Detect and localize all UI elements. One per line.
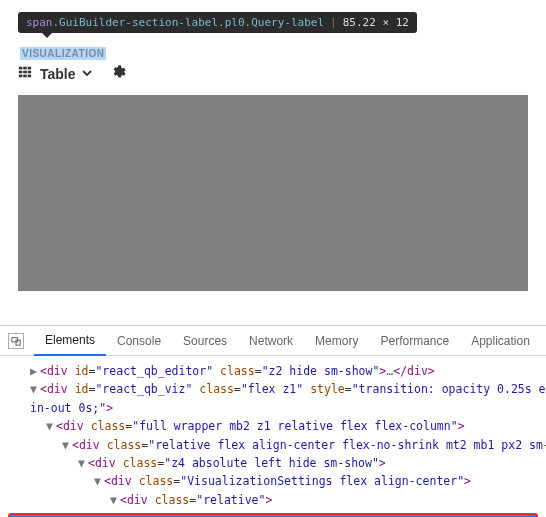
tooltip-tag: span bbox=[26, 16, 53, 29]
tab-performance[interactable]: Performance bbox=[369, 327, 460, 355]
gear-icon[interactable] bbox=[96, 64, 126, 83]
tab-elements[interactable]: Elements bbox=[34, 326, 106, 356]
svg-rect-2 bbox=[28, 67, 32, 70]
svg-rect-4 bbox=[23, 71, 27, 74]
svg-rect-7 bbox=[23, 75, 27, 78]
dom-line[interactable]: ▼<div id="react_qb_viz" class="flex z1" … bbox=[0, 380, 546, 398]
element-tooltip: span.GuiBuilder-section-label.pl0.Query-… bbox=[18, 12, 417, 33]
tab-application[interactable]: Application bbox=[460, 327, 541, 355]
device-toggle-icon[interactable] bbox=[8, 333, 24, 349]
svg-rect-3 bbox=[19, 71, 23, 74]
dom-selected-line[interactable]: <span class="GuiBuilder-section-label pl… bbox=[8, 513, 538, 517]
devtools-tabbar: Elements Console Sources Network Memory … bbox=[0, 326, 546, 356]
svg-rect-0 bbox=[19, 67, 23, 70]
dom-line[interactable]: ▼<div class="relative flex align-center … bbox=[0, 436, 546, 454]
dom-line[interactable]: ▶<div id="react_qb_editor" class="z2 hid… bbox=[0, 362, 546, 380]
visualization-canvas[interactable] bbox=[18, 95, 528, 291]
tab-sources[interactable]: Sources bbox=[172, 327, 238, 355]
svg-rect-1 bbox=[23, 67, 27, 70]
dom-line[interactable]: ▼<div class="full wrapper mb2 z1 relativ… bbox=[0, 417, 546, 435]
table-icon[interactable] bbox=[18, 65, 32, 82]
svg-rect-5 bbox=[28, 71, 32, 74]
dom-line[interactable]: ▼<div class="VisualizationSettings flex … bbox=[0, 472, 546, 490]
tooltip-dimensions: 85.22 × 12 bbox=[343, 16, 409, 29]
chevron-down-icon[interactable] bbox=[80, 67, 92, 81]
tab-console[interactable]: Console bbox=[106, 327, 172, 355]
visualization-toolbar: Table bbox=[18, 64, 528, 83]
visualization-section-label: VISUALIZATION bbox=[20, 47, 106, 60]
devtools-panel: Elements Console Sources Network Memory … bbox=[0, 325, 546, 517]
tooltip-separator: | bbox=[330, 16, 337, 29]
tab-network[interactable]: Network bbox=[238, 327, 304, 355]
dom-tree[interactable]: ▶<div id="react_qb_editor" class="z2 hid… bbox=[0, 356, 546, 517]
tab-memory[interactable]: Memory bbox=[304, 327, 369, 355]
svg-rect-8 bbox=[28, 75, 32, 78]
visualization-mode-label[interactable]: Table bbox=[40, 66, 76, 82]
tooltip-classes: .GuiBuilder-section-label.pl0.Query-labe… bbox=[53, 16, 325, 29]
dom-line[interactable]: ▼<div class="z4 absolute left hide sm-sh… bbox=[0, 454, 546, 472]
dom-line[interactable]: in-out 0s;"> bbox=[0, 399, 546, 417]
svg-rect-6 bbox=[19, 75, 23, 78]
dom-line[interactable]: ▼<div class="relative"> bbox=[0, 491, 546, 509]
